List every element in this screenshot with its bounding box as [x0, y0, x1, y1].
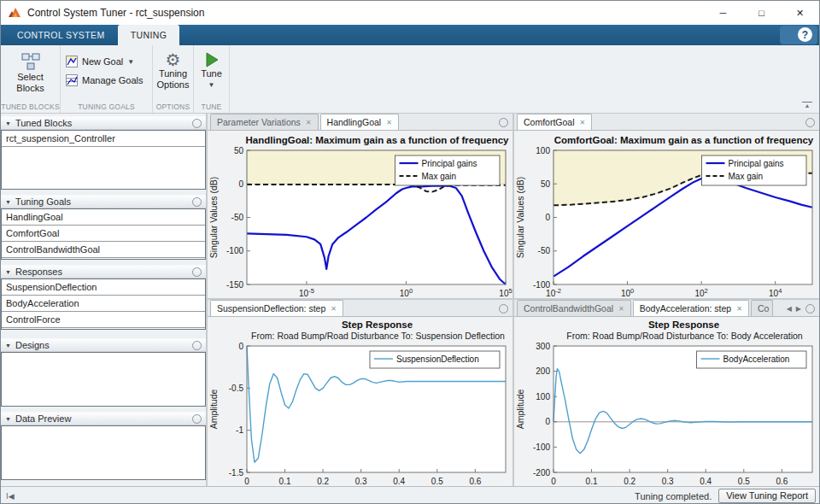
- svg-text:0: 0: [545, 213, 550, 222]
- panel-header-responses[interactable]: ▼ Responses: [1, 265, 206, 278]
- tab-bodyacceleration-step[interactable]: BodyAcceleration: step ✕: [633, 300, 749, 316]
- new-goal-button[interactable]: New Goal ▼: [66, 56, 147, 67]
- list-item-controller[interactable]: rct_suspension_Controller: [2, 131, 205, 147]
- section-tune: Tune ▼ TUNE: [194, 45, 230, 113]
- titlebar: Control System Tuner - rct_suspension ─ …: [1, 1, 819, 25]
- statusbar: Ⅰ◀ Tuning completed. View Tuning Report: [1, 486, 819, 504]
- panel-header-designs[interactable]: ▼ Designs: [1, 338, 206, 352]
- suspension-step-plot[interactable]: -1.5-1-0.5000.10.20.30.40.50.6Suspension…: [208, 342, 512, 486]
- list-item-comfortgoal[interactable]: ComfortGoal: [2, 226, 205, 242]
- svg-text:104: 104: [769, 287, 782, 298]
- svg-text:SuspensionDeflection: SuspensionDeflection: [396, 355, 479, 364]
- svg-text:0.3: 0.3: [662, 477, 674, 486]
- manage-goals-button[interactable]: Manage Goals: [66, 74, 147, 86]
- tab-handlinggoal[interactable]: HandlingGoal ✕: [320, 114, 399, 130]
- svg-text:-100: -100: [226, 246, 243, 255]
- panel-header-data-preview[interactable]: ▼ Data Preview: [1, 412, 206, 425]
- close-button[interactable]: ✕: [781, 1, 819, 25]
- tab-label: Parameter Variations: [217, 117, 301, 127]
- new-goal-label: New Goal: [82, 56, 123, 67]
- tab-clipped[interactable]: Co: [751, 300, 773, 316]
- tab-suspensiondeflection-step[interactable]: SuspensionDeflection: step ✕: [210, 300, 343, 316]
- tabbar: Parameter Variations ✕ HandlingGoal ✕: [208, 114, 512, 131]
- list-item-controlbandwidthgoal[interactable]: ControlBandwidthGoal: [2, 242, 205, 258]
- svg-text:0.6: 0.6: [469, 477, 481, 486]
- manage-goals-label: Manage Goals: [82, 75, 144, 85]
- view-tuning-report-button[interactable]: View Tuning Report: [718, 489, 816, 503]
- panel-actions-icon[interactable]: [805, 304, 815, 314]
- svg-text:200: 200: [536, 366, 550, 376]
- plot-title: ComfortGoal: Maximum gain as a function …: [514, 131, 819, 146]
- chevron-left-icon[interactable]: ◀: [787, 305, 792, 314]
- svg-text:0.1: 0.1: [586, 477, 598, 486]
- handling-goal-plot[interactable]: -150-100-5005010-5100105Principal gainsM…: [208, 146, 512, 298]
- matlab-logo-icon: [8, 6, 21, 20]
- help-button[interactable]: ?: [798, 27, 812, 42]
- close-icon[interactable]: ✕: [386, 119, 392, 126]
- toolstrip: Select Blocks TUNED BLOCKS New Goal ▼: [1, 45, 819, 114]
- panel-actions-icon[interactable]: [499, 304, 508, 314]
- quadrant-suspension-step: SuspensionDeflection: step ✕ Step Respon…: [208, 300, 512, 486]
- svg-text:Amplitude: Amplitude: [208, 390, 219, 430]
- comfort-goal-plot[interactable]: -100-5005010010-2100102104Principal gain…: [514, 146, 819, 298]
- list-item-handlinggoal[interactable]: HandlingGoal: [2, 209, 205, 226]
- collapse-ribbon-icon[interactable]: ▲: [802, 102, 812, 109]
- document-area: Parameter Variations ✕ HandlingGoal ✕ Ha…: [206, 114, 819, 486]
- collapse-sidebar-icon[interactable]: Ⅰ◀: [6, 492, 15, 501]
- tab-label: ComfortGoal: [524, 117, 575, 127]
- tab-tuning[interactable]: TUNING: [118, 25, 180, 45]
- svg-text:Principal gains: Principal gains: [729, 159, 784, 168]
- list-item-controlforce[interactable]: ControlForce: [2, 312, 205, 328]
- list-item-bodyacceleration[interactable]: BodyAcceleration: [2, 296, 205, 312]
- panel-actions-icon[interactable]: [192, 267, 202, 277]
- collapse-arrow-icon: ▼: [5, 416, 11, 422]
- panel-actions-icon[interactable]: [192, 119, 202, 128]
- tab-control-system[interactable]: CONTROL SYSTEM: [4, 25, 118, 45]
- close-icon[interactable]: ✕: [306, 119, 312, 126]
- quadrant-body-acceleration-step: ControlBandwidthGoal ✕ BodyAcceleration:…: [514, 300, 819, 486]
- tab-controlbandwidthgoal[interactable]: ControlBandwidthGoal ✕: [517, 300, 631, 316]
- panel-actions-icon[interactable]: [192, 341, 202, 350]
- svg-text:100: 100: [400, 287, 413, 298]
- body-acceleration-step-plot[interactable]: -200-100010020030000.10.20.30.40.50.6Bod…: [514, 342, 819, 486]
- tab-label: BodyAcceleration: step: [640, 303, 731, 314]
- panel-actions-icon[interactable]: [805, 118, 815, 127]
- quadrant-comfort-goal: ComfortGoal ✕ ComfortGoal: Maximum gain …: [514, 114, 819, 298]
- svg-text:-100: -100: [533, 442, 550, 452]
- svg-text:Singular Values (dB): Singular Values (dB): [515, 177, 525, 259]
- tuning-options-button[interactable]: ⚙ Tuning Options: [153, 45, 193, 100]
- panel-actions-icon[interactable]: [192, 414, 202, 424]
- svg-text:0: 0: [551, 477, 556, 486]
- tab-comfortgoal[interactable]: ComfortGoal ✕: [517, 114, 592, 130]
- body-acceleration-step-figure: Step Response From: Road Bump/Road Distu…: [514, 317, 819, 486]
- svg-text:0.4: 0.4: [393, 477, 405, 486]
- close-icon[interactable]: ✕: [580, 119, 586, 126]
- svg-text:0.6: 0.6: [776, 477, 788, 486]
- panel-title: Designs: [15, 340, 192, 350]
- svg-text:-50: -50: [231, 213, 244, 222]
- svg-text:50: 50: [234, 146, 244, 155]
- close-icon[interactable]: ✕: [736, 305, 742, 313]
- chevron-right-icon[interactable]: ▶: [796, 305, 801, 314]
- section-label-tuning-goals: TUNING GOALS: [61, 103, 152, 111]
- select-blocks-button[interactable]: Select Blocks: [1, 45, 60, 100]
- tabbar: SuspensionDeflection: step ✕: [208, 300, 512, 317]
- tune-button[interactable]: Tune ▼: [194, 45, 229, 100]
- plot-title: HandlingGoal: Maximum gain as a function…: [208, 131, 512, 146]
- panel-header-tuned-blocks[interactable]: ▼ Tuned Blocks: [1, 116, 206, 130]
- minimize-button[interactable]: ─: [704, 1, 742, 25]
- panel-header-tuning-goals[interactable]: ▼ Tuning Goals: [1, 195, 206, 208]
- panel-actions-icon[interactable]: [499, 118, 508, 127]
- panel-actions-icon[interactable]: [192, 197, 202, 207]
- close-icon[interactable]: ✕: [618, 305, 624, 313]
- close-icon[interactable]: ✕: [331, 305, 337, 313]
- list-item-suspensiondeflection[interactable]: SuspensionDeflection: [2, 279, 205, 296]
- maximize-button[interactable]: □: [742, 1, 781, 25]
- plot-subtitle: From: Road Bump/Road Disturbance To: Sus…: [208, 331, 512, 342]
- svg-text:105: 105: [499, 287, 512, 298]
- collapse-arrow-icon: ▼: [5, 120, 11, 126]
- tab-parameter-variations[interactable]: Parameter Variations ✕: [210, 114, 319, 130]
- designs-list: [1, 352, 206, 407]
- svg-text:-100: -100: [533, 280, 550, 290]
- tune-label: Tune: [201, 68, 222, 79]
